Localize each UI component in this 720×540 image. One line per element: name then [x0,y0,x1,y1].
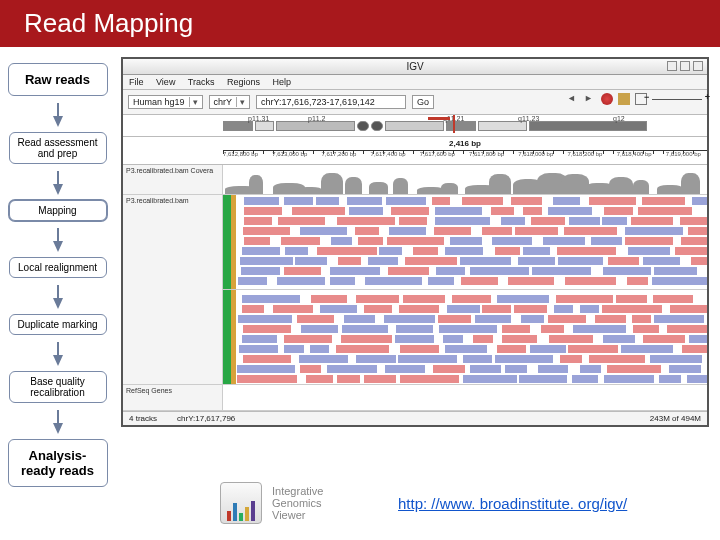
band-label: p11.31 [248,115,269,122]
track-name: RefSeq Genes [123,385,223,410]
ruler[interactable]: 2,416 bp 7,612,800 bp7,613,000 bp7,617,2… [123,137,707,165]
track-divider [223,289,707,290]
step-analysis-ready: Analysis-ready reads [8,439,108,487]
igv-logo-block: Integrative Genomics Viewer [220,482,323,524]
maximize-icon[interactable] [680,61,690,71]
span-label: 2,416 bp [223,139,707,150]
band-label: p11.2 [308,115,326,122]
step-mapping: Mapping [9,200,107,221]
igv-logo-text: Integrative Genomics Viewer [272,485,323,521]
refresh-icon[interactable] [601,93,613,105]
window-buttons[interactable] [667,61,703,71]
track-name: P3.recalibrated.bam Covera [123,165,223,194]
step-local-realignment: Local realignment [9,257,107,278]
arrow-icon [53,355,63,366]
status-bar: 4 tracks chrY:17,617,796 243M of 494M [123,411,707,425]
coverage-track[interactable]: P3.recalibrated.bam Covera [123,165,707,195]
genome-select[interactable]: Human hg19▾ [128,95,203,109]
workflow-column: Raw reads Read assessment and prep Mappi… [0,57,115,489]
minimize-icon[interactable] [667,61,677,71]
track-name: P3.recalibrated.bam [123,195,223,384]
region-icon[interactable] [618,93,630,105]
step-assessment: Read assessment and prep [9,132,107,164]
arrow-icon [53,184,63,195]
menu-file[interactable]: File [129,77,144,87]
step-raw-reads: Raw reads [8,63,108,96]
igv-window: IGV File View Tracks Regions Help Human … [121,57,709,427]
region-indicator [428,117,450,120]
igv-logo-icon [220,482,262,524]
screenshot-area: IGV File View Tracks Regions Help Human … [115,57,720,489]
toolbar: Human hg19▾ chrY▾ chrY:17,616,723-17,619… [123,90,707,115]
window-title-text: IGV [406,61,423,72]
igv-link[interactable]: http: //www. broadinstitute. org/igv/ [398,495,627,512]
chevron-down-icon: ▾ [236,97,245,107]
arrow-icon [53,241,63,252]
arrow-icon [53,423,63,434]
status-memory: 243M of 494M [650,414,701,423]
genome-value: Human hg19 [133,97,185,107]
zoom-slider[interactable]: −+ [652,99,702,111]
menu-tracks[interactable]: Tracks [188,77,215,87]
step-base-quality: Base quality recalibration [9,371,107,403]
locus-input[interactable]: chrY:17,616,723-17,619,142 [256,95,406,109]
chrom-value: chrY [214,97,233,107]
menu-help[interactable]: Help [272,77,291,87]
chrom-select[interactable]: chrY▾ [209,95,251,109]
refseq-track[interactable]: RefSeq Genes [123,385,707,411]
content-row: Raw reads Read assessment and prep Mappi… [0,47,720,489]
menu-regions[interactable]: Regions [227,77,260,87]
logo-line: Genomics [272,497,323,509]
toolbar-icons: ◄ ► −+ [567,93,702,111]
forward-icon[interactable]: ► [584,93,596,105]
logo-line: Viewer [272,509,323,521]
status-tracks: 4 tracks [129,414,157,423]
position-marker [453,115,455,133]
back-icon[interactable]: ◄ [567,93,579,105]
step-duplicate-marking: Duplicate marking [9,314,107,335]
band-label: q12 [613,115,625,122]
alignment-track[interactable]: P3.recalibrated.bam P3.recalibrated.bam [123,195,707,385]
window-titlebar: IGV [123,59,707,75]
logo-line: Integrative [272,485,323,497]
ideogram[interactable]: p11.31 p11.2 q11.21 q11.23 q12 [123,115,707,137]
arrow-icon [53,298,63,309]
chevron-down-icon: ▾ [189,97,198,107]
menu-view[interactable]: View [156,77,175,87]
arrow-icon [53,116,63,127]
menu-bar: File View Tracks Regions Help [123,75,707,90]
slide-title: Read Mapping [0,0,720,47]
status-locus: chrY:17,617,796 [177,414,235,423]
go-button[interactable]: Go [412,95,434,109]
close-icon[interactable] [693,61,703,71]
band-label: q11.23 [518,115,539,122]
